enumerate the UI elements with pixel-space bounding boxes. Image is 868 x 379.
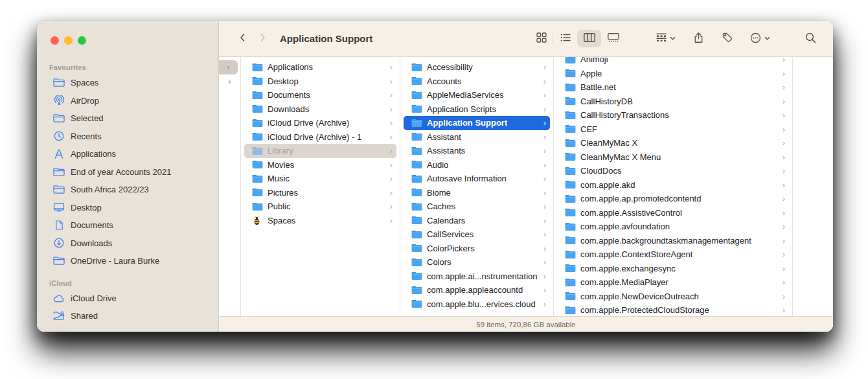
file-row[interactable]: com.apple.ContextStoreAgent› bbox=[557, 247, 789, 262]
search-button[interactable] bbox=[805, 30, 816, 48]
list-view-button[interactable] bbox=[553, 30, 577, 47]
chevron-right-icon: › bbox=[540, 174, 546, 183]
sidebar-item-onedrive-laura-burke[interactable]: OneDrive - Laura Burke bbox=[41, 252, 214, 270]
file-row[interactable]: com.apple.ap.promotedcontentd› bbox=[557, 192, 789, 206]
file-row[interactable]: Application Support› bbox=[404, 116, 550, 130]
file-row[interactable]: Applications› bbox=[244, 60, 396, 75]
zoom-window-button[interactable] bbox=[78, 36, 86, 45]
file-row[interactable]: CallHistoryTransactions› bbox=[557, 108, 789, 122]
gallery-view-button[interactable] bbox=[601, 30, 625, 47]
minimize-window-button[interactable] bbox=[64, 36, 73, 45]
previous-column-row[interactable]: › bbox=[219, 75, 240, 89]
sidebar-item-selected[interactable]: Selected bbox=[41, 109, 214, 128]
forward-button[interactable] bbox=[255, 30, 271, 47]
column-view-button[interactable] bbox=[577, 30, 601, 47]
folder-icon bbox=[252, 132, 263, 141]
sidebar-item-label: Spaces bbox=[71, 78, 98, 87]
file-row[interactable]: com.apple.NewDeviceOutreach› bbox=[557, 290, 789, 304]
file-row[interactable]: Animoji› bbox=[557, 57, 789, 67]
file-row[interactable]: Accessibility› bbox=[404, 60, 550, 75]
file-name: Audio bbox=[427, 160, 448, 170]
tag-button[interactable] bbox=[722, 30, 733, 48]
folder-icon bbox=[565, 167, 576, 176]
file-row[interactable]: Documents› bbox=[244, 88, 396, 102]
file-row[interactable]: ColorPickers› bbox=[404, 242, 550, 256]
file-row[interactable]: Colors› bbox=[404, 255, 550, 270]
file-row[interactable]: Downloads› bbox=[244, 102, 396, 117]
gallery-view-icon bbox=[608, 33, 619, 44]
back-button[interactable] bbox=[234, 30, 250, 47]
download-circle-icon bbox=[52, 237, 65, 249]
sidebar-item-documents[interactable]: Documents bbox=[41, 216, 214, 235]
file-row[interactable]: com.apple.ai...nstrumentation› bbox=[404, 270, 550, 284]
folder-icon bbox=[411, 230, 422, 239]
file-name: com.apple.blu...ervices.cloud bbox=[427, 299, 536, 309]
file-row[interactable]: AppleMediaServices› bbox=[404, 88, 550, 102]
file-row[interactable]: com.apple.AssistiveControl› bbox=[557, 206, 789, 220]
folder-icon bbox=[565, 69, 576, 78]
share-button[interactable] bbox=[694, 30, 703, 48]
file-row[interactable]: Music› bbox=[244, 172, 396, 186]
file-row[interactable]: CleanMyMac X Menu› bbox=[557, 150, 789, 165]
file-row[interactable]: Public› bbox=[244, 200, 396, 214]
file-row[interactable]: Audio› bbox=[404, 158, 550, 172]
chevron-right-icon: › bbox=[779, 153, 785, 161]
file-row[interactable]: com.apple.avfoundation› bbox=[557, 220, 789, 234]
file-row[interactable]: CloudDocs› bbox=[557, 164, 789, 178]
file-row[interactable]: Pictures› bbox=[244, 186, 396, 200]
file-row[interactable]: Caches› bbox=[404, 200, 550, 214]
sidebar-item-end-of-year-accounts-2021[interactable]: End of year Accounts 2021 bbox=[41, 163, 214, 181]
sidebar-item-south-africa-2022-23[interactable]: South Africa 2022/23 bbox=[41, 181, 214, 199]
previous-column-row[interactable]: › bbox=[219, 60, 238, 75]
sidebar-item-applications[interactable]: Applications bbox=[41, 145, 214, 163]
folder-icon bbox=[411, 216, 422, 225]
file-row[interactable]: Assistant› bbox=[404, 130, 550, 144]
sidebar-item-spaces[interactable]: Spaces bbox=[41, 74, 214, 92]
sidebar-item-airdrop[interactable]: AirDrop bbox=[41, 92, 214, 110]
icon-view-button[interactable] bbox=[529, 30, 553, 47]
sidebar-item-desktop[interactable]: Desktop bbox=[41, 199, 214, 217]
file-row[interactable]: com.apple.akd› bbox=[557, 178, 789, 192]
file-row[interactable]: Biome› bbox=[404, 186, 550, 200]
chevron-right-icon: › bbox=[386, 91, 393, 99]
file-row[interactable]: CallServices› bbox=[404, 227, 550, 242]
file-row[interactable]: com.apple.appleaccountd› bbox=[404, 283, 550, 297]
file-row[interactable]: iCloud Drive (Archive)› bbox=[244, 116, 396, 130]
file-row[interactable]: com.apple.backgroundtaskmanagementagent› bbox=[557, 234, 789, 248]
document-icon bbox=[52, 220, 65, 231]
finder-column-2: Accessibility›Accounts›AppleMediaService… bbox=[400, 57, 554, 316]
file-name: Public bbox=[268, 201, 290, 211]
folder-outline-icon bbox=[52, 113, 65, 124]
file-row[interactable]: Movies› bbox=[244, 158, 396, 172]
close-window-button[interactable] bbox=[51, 36, 59, 45]
file-row[interactable]: CEF› bbox=[557, 122, 789, 137]
file-row[interactable]: CallHistoryDB› bbox=[557, 95, 789, 109]
file-row[interactable]: Accounts› bbox=[404, 75, 550, 89]
chevron-right-icon: › bbox=[779, 292, 785, 301]
file-row[interactable]: com.apple.exchangesync› bbox=[557, 262, 789, 276]
file-row[interactable]: CleanMyMac X› bbox=[557, 136, 789, 150]
file-row[interactable]: com.apple.ProtectedCloudStorage› bbox=[557, 303, 789, 316]
airdrop-icon bbox=[52, 95, 65, 106]
file-row[interactable]: Calendars› bbox=[404, 214, 550, 228]
sidebar-item-recents[interactable]: Recents bbox=[41, 128, 214, 146]
file-row[interactable]: Desktop› bbox=[244, 75, 396, 89]
file-row[interactable]: Assistants› bbox=[404, 144, 550, 158]
folder-icon bbox=[252, 160, 263, 169]
sidebar-item-downloads[interactable]: Downloads bbox=[41, 235, 214, 253]
file-row[interactable]: Battle.net› bbox=[557, 80, 789, 95]
file-row[interactable]: com.apple.MediaPlayer› bbox=[557, 275, 789, 290]
file-row[interactable]: Library› bbox=[244, 144, 396, 158]
file-row[interactable]: com.apple.blu...ervices.cloud› bbox=[404, 297, 550, 312]
chevron-right-icon: › bbox=[540, 133, 546, 141]
more-button[interactable] bbox=[750, 30, 770, 48]
file-row[interactable]: iCloud Drive (Archive) - 1› bbox=[244, 130, 396, 144]
sidebar-item-shared[interactable]: Shared bbox=[41, 307, 214, 325]
file-row[interactable]: Apple› bbox=[557, 67, 789, 81]
file-row[interactable]: Autosave Information› bbox=[404, 172, 550, 186]
sidebar-item-icloud-drive[interactable]: iCloud Drive bbox=[41, 290, 214, 308]
file-name: Library bbox=[268, 146, 293, 155]
file-row[interactable]: Spaces› bbox=[244, 214, 396, 228]
file-row[interactable]: Application Scripts› bbox=[404, 102, 550, 117]
group-button[interactable] bbox=[656, 30, 676, 48]
